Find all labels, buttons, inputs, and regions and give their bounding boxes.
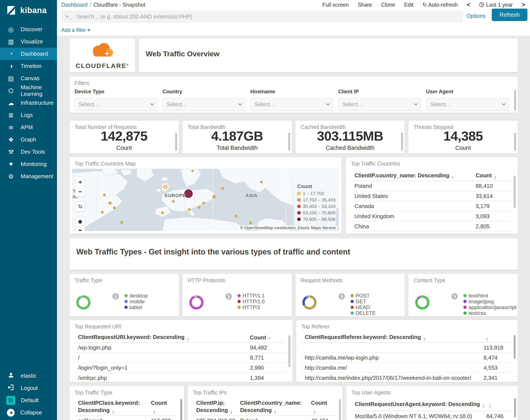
table-row[interactable]: http://camilia.me/ 4,553 xyxy=(301,363,510,373)
donut-legend-item[interactable]: mobile xyxy=(124,299,148,304)
column-header-user-agent[interactable]: ClientRequestUserAgent.keyword: Descendi… xyxy=(351,401,486,408)
donut-legend-item[interactable]: HEAD xyxy=(351,304,376,310)
scrollbar[interactable] xyxy=(514,398,516,418)
column-header-count[interactable]: Count▼ xyxy=(250,334,271,341)
full-screen-button[interactable]: Full screen xyxy=(322,2,349,8)
table-row[interactable]: China 2,805 xyxy=(351,221,510,231)
donut-legend-item[interactable]: desktop xyxy=(124,293,148,299)
donut-legend-item[interactable]: POST xyxy=(351,293,376,299)
time-back-button[interactable]: < xyxy=(467,1,470,8)
table-row[interactable]: United Kingdom 3,093 xyxy=(351,211,510,221)
kibana-logo[interactable]: kibana xyxy=(0,0,57,21)
table-row[interactable]: /login/?login_only=1 2,990 xyxy=(74,363,285,373)
legend-expand-icon[interactable]: ❯ xyxy=(112,293,119,300)
time-forward-button[interactable]: > xyxy=(522,1,525,8)
breadcrumb-dashboard-link[interactable]: Dashboard xyxy=(61,2,88,8)
donut-legend-item[interactable]: HTTP/1.1 xyxy=(237,293,265,299)
table-row[interactable]: 113,918 xyxy=(301,343,510,353)
clone-button[interactable]: Clone xyxy=(381,2,395,8)
column-header-count[interactable]: Count▲▼ xyxy=(476,172,497,180)
sidebar-item[interactable]: ▥ Visualize xyxy=(0,35,57,48)
scrollbar[interactable] xyxy=(175,133,177,151)
scrollbar[interactable] xyxy=(288,335,290,367)
options-link[interactable]: Options xyxy=(466,13,486,19)
table-row[interactable]: noRecord 117,802 xyxy=(74,416,177,420)
sidebar-item[interactable]: ☁ Infrastructure xyxy=(0,97,57,109)
table-row[interactable]: /xmlrpc.php 1,394 xyxy=(74,373,285,382)
scrollbar[interactable] xyxy=(180,399,182,420)
donut-chart[interactable] xyxy=(415,295,429,310)
column-header-class[interactable]: ClientIPClass.keyword: Descending▲▼ xyxy=(74,399,151,414)
sidebar-item[interactable]: ≣ Logs xyxy=(0,109,57,121)
time-range-picker[interactable]: Last 1 year xyxy=(479,2,513,8)
zoom-in-button[interactable]: + xyxy=(75,177,85,187)
scrollbar[interactable] xyxy=(514,90,516,110)
donut-legend-item[interactable]: application/javascript xyxy=(463,304,516,310)
filter-select[interactable]: Select... xyxy=(250,98,334,111)
sidebar-item[interactable]: ⚙ Management xyxy=(0,170,57,182)
map-crop-tool[interactable] xyxy=(75,201,85,211)
filter-select[interactable]: Select... xyxy=(426,98,509,111)
donut-chart[interactable] xyxy=(302,295,317,310)
scrollbar[interactable] xyxy=(514,176,515,208)
refresh-button[interactable]: Refresh xyxy=(492,9,528,21)
donut-chart[interactable] xyxy=(76,295,90,310)
map-attribution[interactable]: © OpenStreetMap contributors, Elastic Ma… xyxy=(238,225,338,230)
column-header-uri[interactable]: ClientRequestURI.keyword: Descending▲▼ xyxy=(74,334,250,341)
column-header-country[interactable]: ClientIP.country_name: Descending▲▼ xyxy=(351,172,476,180)
sidebar-item[interactable]: ♥ Monitoring xyxy=(0,158,57,170)
column-header-ip[interactable]: ClientIP.ip: Descending▲▼ xyxy=(193,399,240,414)
table-row[interactable]: 185.234.218.33 Poland 48,474 xyxy=(193,416,335,420)
donut-legend-item[interactable]: HTTP/1.0 xyxy=(237,299,265,304)
table-row[interactable]: http://camilia.me/wp-login.php 8,474 xyxy=(301,353,510,363)
add-filter-link[interactable]: Add a filter+ xyxy=(61,27,90,33)
donut-legend-item[interactable]: text/html xyxy=(463,293,516,299)
donut-legend-item[interactable]: image/jpeg xyxy=(463,299,516,304)
donut-legend-item[interactable]: tablet xyxy=(124,304,148,310)
column-header-count[interactable]: Count▲▼ xyxy=(151,399,167,414)
zoom-out-button[interactable]: − xyxy=(75,187,85,196)
sidebar-item[interactable]: ⌬ Machine Learning xyxy=(0,85,57,97)
sidebar-item[interactable]: ◎ Discover xyxy=(0,23,57,35)
table-row[interactable]: /wp-login.php 94,482 xyxy=(74,343,285,353)
sidebar-item-user[interactable]: elastic xyxy=(0,370,57,382)
table-row[interactable]: Mozilla/5.0 (Windows NT 6.1; WOW64; rv:1… xyxy=(351,411,510,420)
scrollbar[interactable] xyxy=(401,133,403,151)
sidebar-item-space-default[interactable]: D Default xyxy=(0,394,57,406)
table-row[interactable]: Canada 3,179 xyxy=(351,201,510,211)
sidebar-item-collapse[interactable]: ◀ Collapse xyxy=(0,406,57,419)
scrollbar[interactable] xyxy=(514,335,515,359)
share-button[interactable]: Share xyxy=(358,2,372,8)
table-row[interactable]: Russia 1,759 xyxy=(351,231,510,234)
table-row[interactable]: United States 33,614 xyxy=(351,191,510,201)
scrollbar[interactable] xyxy=(288,133,290,151)
legend-expand-icon[interactable]: ❯ xyxy=(451,293,458,300)
table-row[interactable]: http://camilia.me/index.php/2017/06/17/w… xyxy=(301,373,510,382)
donut-legend-item[interactable]: GET xyxy=(351,299,376,304)
donut-legend-item[interactable]: text/css xyxy=(463,310,516,316)
column-header-count[interactable]: ▲▼ xyxy=(484,334,488,341)
donut-chart[interactable] xyxy=(189,295,204,310)
sidebar-item[interactable]: ⚒ Dev Tools xyxy=(0,146,57,158)
column-header-country[interactable]: ClientIP.country_name: Descending▲▼ xyxy=(240,399,311,414)
world-map[interactable]: EUROPE ASIA TH IC + − xyxy=(72,169,339,231)
sidebar-item-logout[interactable]: Logout xyxy=(0,382,57,394)
donut-legend-item[interactable]: HTTP/2 xyxy=(237,304,265,310)
legend-expand-icon[interactable]: ❯ xyxy=(339,293,345,300)
table-row[interactable]: / 8,771 xyxy=(74,353,285,363)
column-header-count[interactable]: ▲▼ xyxy=(486,401,491,408)
sidebar-item[interactable]: ◔ Dashboard xyxy=(0,48,57,60)
rectangle-tool-icon[interactable] xyxy=(75,226,85,231)
sidebar-item[interactable]: ◑ Timelion xyxy=(0,60,57,72)
filter-select[interactable]: Select... xyxy=(74,98,158,111)
scrollbar[interactable] xyxy=(514,133,516,151)
table-row[interactable]: Poland 88,410 xyxy=(351,181,510,191)
legend-expand-icon[interactable]: ❯ xyxy=(225,293,232,300)
donut-legend-item[interactable]: DELETE xyxy=(351,310,376,316)
column-header-referer[interactable]: ClientRequestReferer.keyword: Descending… xyxy=(301,334,484,341)
auto-refresh-button[interactable]: ↻ Auto-refresh xyxy=(423,2,458,8)
edit-button[interactable]: Edit xyxy=(404,2,413,8)
sidebar-item[interactable]: ❖ Graph xyxy=(0,134,57,146)
column-header-count[interactable]: Count▲▼ xyxy=(311,399,327,414)
filter-select[interactable]: Select... xyxy=(338,98,421,111)
